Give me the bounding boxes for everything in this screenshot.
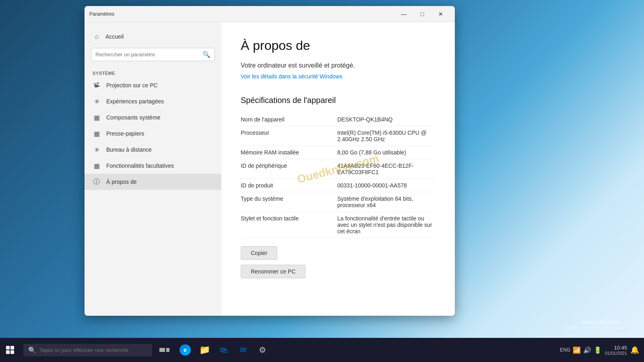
network-icon[interactable]: 📶 [573,346,581,354]
task-view-button[interactable] [155,341,173,359]
projection-icon: 📽 [93,81,101,89]
activate-watermark: Activer Windows Accédez aux paramètres p… [562,319,620,330]
maximize-button[interactable]: □ [413,8,431,21]
spec-label-0: Nom de l'appareil [241,116,337,123]
sidebar-item-label: À propos de [106,179,137,185]
taskbar-system-icons: ENG 📶 🔊 🔋 [560,346,602,354]
apropos-icon: ⓘ [93,178,101,186]
spec-label-4: ID de produit [241,182,337,189]
sidebar-item-label: Composants système [106,114,161,121]
spec-label-1: Processeur [241,130,337,136]
bureau-icon: ✳ [93,146,101,154]
spec-value-6: La fonctionnalité d'entrée tactile ou av… [337,215,436,234]
section-title: Spécifications de l'appareil [241,93,436,105]
search-box[interactable]: 🔍 [91,48,215,61]
taskbar: 🔍 e 📁 🛍 ✉ ⚙ [0,338,644,362]
search-input[interactable] [95,51,199,58]
home-icon: ⌂ [93,33,101,41]
task-view-icon [159,348,169,352]
sidebar-item-label: Fonctionnalités facultatives [106,162,174,169]
time-display: 10:45 [605,345,627,351]
sidebar-item-experiences[interactable]: ✳ Expériences partagées [85,93,221,109]
spec-value-2: 8,00 Go (7,88 Go utilisable) [337,149,436,156]
sidebar: ⌂ Accueil 🔍 Système 📽 Projection sur ce … [85,22,221,316]
sidebar-item-composants[interactable]: ▦ Composants système [85,109,221,125]
presse-icon: ▦ [93,130,101,138]
explorer-app-button[interactable]: 📁 [196,341,213,359]
clock: 10:45 01/01/2021 [605,345,627,356]
copy-button[interactable]: Copier [241,246,277,260]
gear-icon: ⚙ [259,345,266,355]
sidebar-item-presse[interactable]: ▦ Presse-papiers [85,125,221,142]
settings-app-button[interactable]: ⚙ [254,341,271,359]
sidebar-item-label: Projection sur ce PC [106,82,158,88]
sidebar-item-label: Expériences partagées [106,98,164,105]
spec-table: Nom de l'appareil DESKTOP-QK1B4NQ Proces… [241,113,436,238]
taskbar-right: ENG 📶 🔊 🔋 10:45 01/01/2021 🔔 [560,345,644,356]
spec-label-2: Mémoire RAM installée [241,149,337,156]
store-icon: 🛍 [220,346,228,355]
taskbar-search-input[interactable] [39,347,147,353]
page-title: À propos de [241,38,436,53]
date-display: 01/01/2021 [605,351,627,356]
fonctionnalites-icon: ▦ [93,162,101,170]
desktop: Paramètres — □ ✕ ⌂ Accueil 🔍 Système [0,0,644,362]
sidebar-item-label: Bureau à distance [106,146,152,153]
sidebar-item-apropos[interactable]: ⓘ À propos de [85,174,221,190]
sidebar-home-label: Accueil [105,33,124,40]
sidebar-item-fonctionnalites[interactable]: ▦ Fonctionnalités facultatives [85,158,221,174]
sidebar-category: Système [85,68,221,77]
security-status: Votre ordinateur est surveillé et protég… [241,61,436,70]
start-button[interactable] [0,338,20,362]
spec-row-system-type: Type du système Système d'exploitation 6… [241,192,436,212]
window-body: ⌂ Accueil 🔍 Système 📽 Projection sur ce … [85,22,455,316]
mail-app-button[interactable]: ✉ [234,341,252,359]
spec-value-3: 41A8AB23-EF60-4ECC-B12F-EA79C03F8FC1 [337,162,436,175]
taskbar-search[interactable]: 🔍 [23,344,152,356]
close-button[interactable]: ✕ [431,8,450,21]
spec-row-product-id: ID de produit 00331-10000-00001-AA578 [241,179,436,192]
mail-icon: ✉ [240,345,247,355]
sidebar-item-bureau[interactable]: ✳ Bureau à distance [85,142,221,158]
windows-logo-icon [6,346,14,354]
spec-label-5: Type du système [241,195,337,202]
spec-value-5: Système d'exploitation 64 bits, processe… [337,195,436,208]
window-controls: — □ ✕ [394,8,450,21]
taskbar-apps: e 📁 🛍 ✉ ⚙ [176,341,271,359]
battery-icon[interactable]: 🔋 [594,346,602,354]
security-link[interactable]: Voir les détails dans la sécurité Window… [241,73,436,80]
spec-row-device-name: Nom de l'appareil DESKTOP-QK1B4NQ [241,113,436,126]
window-titlebar: Paramètres — □ ✕ [85,6,455,22]
search-icon: 🔍 [202,51,211,58]
spec-value-4: 00331-10000-00001-AA578 [337,182,436,189]
settings-window: Paramètres — □ ✕ ⌂ Accueil 🔍 Système [85,6,455,316]
folder-icon: 📁 [199,345,210,355]
language-icon: ENG [560,347,570,353]
taskbar-search-icon: 🔍 [28,346,36,354]
spec-row-ram: Mémoire RAM installée 8,00 Go (7,88 Go u… [241,146,436,159]
main-content: Ouedkniss.com À propos de Votre ordinate… [221,22,455,316]
volume-icon[interactable]: 🔊 [583,346,591,354]
activate-title: Activer Windows [562,319,620,325]
spec-row-stylus: Stylet et fonction tactile La fonctionna… [241,212,436,238]
spec-value-0: DESKTOP-QK1B4NQ [337,116,436,123]
sidebar-home-item[interactable]: ⌂ Accueil [85,29,221,45]
edge-icon: e [180,344,191,356]
rename-button[interactable]: Renommer ce PC [241,265,305,278]
spec-label-3: ID de périphérique [241,162,337,169]
activate-sub: Accédez aux paramètres pou [562,325,620,330]
spec-row-device-id: ID de périphérique 41A8AB23-EF60-4ECC-B1… [241,159,436,179]
notification-icon[interactable]: 🔔 [630,346,639,354]
minimize-button[interactable]: — [394,8,413,21]
edge-app-button[interactable]: e [176,341,194,359]
spec-value-1: Intel(R) Core(TM) i5-6300U CPU @ 2.40GHz… [337,130,436,142]
composants-icon: ▦ [93,113,101,121]
experiences-icon: ✳ [93,97,101,105]
spec-label-6: Stylet et fonction tactile [241,215,337,222]
sidebar-item-label: Presse-papiers [106,130,144,137]
spec-row-processor: Processeur Intel(R) Core(TM) i5-6300U CP… [241,126,436,146]
window-title: Paramètres [89,11,394,17]
sidebar-item-projection[interactable]: 📽 Projection sur ce PC [85,77,221,93]
store-app-button[interactable]: 🛍 [215,341,233,359]
